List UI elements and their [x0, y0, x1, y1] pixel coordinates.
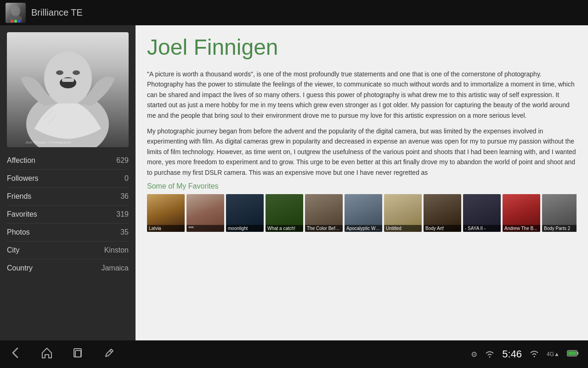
- thumb-label-moonlight: moonlight: [226, 225, 264, 232]
- recents-button[interactable]: [72, 346, 85, 362]
- svg-point-5: [18, 20, 21, 23]
- stat-favorites-value: 319: [116, 210, 129, 218]
- battery-icon: [567, 350, 579, 359]
- thumbnail-catch[interactable]: What a catch!: [266, 194, 303, 232]
- svg-point-13: [73, 70, 80, 75]
- stat-friends-value: 36: [120, 192, 129, 201]
- nav-right: ⚙ 5:46 4G▲: [471, 348, 579, 360]
- svg-point-12: [56, 70, 63, 75]
- favorites-section: Some of My Favorites Latvia *** moonligh…: [136, 178, 588, 234]
- stat-photos-value: 35: [120, 228, 129, 236]
- thumbnail-latvia[interactable]: Latvia: [147, 194, 185, 232]
- home-button[interactable]: [40, 346, 53, 362]
- thumbnail-body-parts-2[interactable]: Body Parts 2: [542, 194, 577, 232]
- right-panel: Joel Finnigen "A picture is worth a thou…: [136, 25, 588, 340]
- bio-paragraph-2: My photographic journey began from befor…: [147, 126, 577, 178]
- 4g-icon: 4G▲: [547, 351, 560, 357]
- nav-left: [9, 346, 116, 362]
- stat-photos-label: Photos: [7, 228, 30, 236]
- thumbnail-saya[interactable]: - SAYA II -: [463, 194, 501, 232]
- thumb-label-color: The Color Befo...: [305, 225, 343, 232]
- thumbnail-color[interactable]: The Color Befo...: [305, 194, 343, 232]
- stat-affection-label: Affection: [7, 156, 35, 165]
- app-title: Brilliance TE: [31, 7, 83, 18]
- thumbnail-untitled[interactable]: Untitled: [384, 194, 422, 232]
- thumb-label-andrew: Andrew The B...: [503, 225, 540, 232]
- thumbnail-moonlight[interactable]: moonlight: [226, 194, 264, 232]
- svg-rect-11: [62, 78, 74, 82]
- stat-affection-value: 629: [116, 156, 129, 165]
- app-icon: [6, 3, 26, 23]
- thumbnail-andrew[interactable]: Andrew The B...: [503, 194, 540, 232]
- thumbnail-body-art[interactable]: Body Art!: [424, 194, 461, 232]
- thumb-label-untitled: Untitled: [384, 225, 422, 232]
- stat-followers-label: Followers: [7, 174, 38, 183]
- svg-rect-23: [577, 352, 578, 355]
- thumb-label-body-parts-2: Body Parts 2: [542, 225, 577, 232]
- stat-favorites-label: Favorites: [7, 210, 37, 218]
- thumb-label-body-art: Body Art!: [424, 225, 461, 232]
- thumb-label-saya: - SAYA II -: [463, 225, 501, 232]
- stat-followers[interactable]: Followers 0: [7, 170, 129, 188]
- thumb-label-stars: ***: [187, 225, 224, 232]
- thumbnail-apocalyptic[interactable]: Apocalyptic We...: [345, 194, 382, 232]
- svg-line-19: [110, 351, 112, 352]
- stat-friends-label: Friends: [7, 192, 31, 201]
- favorites-title: Some of My Favorites: [147, 182, 577, 190]
- wifi-icon: [529, 349, 539, 359]
- sidebar-stats: Affection 629 Followers 0 Friends 36 Fav…: [0, 147, 136, 282]
- thumb-label-catch: What a catch!: [266, 225, 303, 232]
- favorites-grid: Latvia *** moonlight What a catch! The C…: [147, 194, 577, 232]
- svg-text:Joel Finnigen | Photography: Joel Finnigen | Photography: [25, 140, 71, 144]
- profile-name: Joel Finnigen: [147, 34, 577, 60]
- edit-button[interactable]: [103, 346, 116, 362]
- stat-photos[interactable]: Photos 35: [7, 224, 129, 242]
- svg-rect-24: [568, 351, 577, 356]
- profile-image: Joel Finnigen | Photography: [7, 32, 129, 147]
- thumb-label-apocalyptic: Apocalyptic We...: [345, 225, 382, 232]
- usb-icon: ⚙: [471, 350, 477, 359]
- bio-text: "A picture is worth a thousand words", i…: [136, 69, 588, 178]
- thumbnail-stars[interactable]: ***: [187, 194, 224, 232]
- svg-point-4: [14, 20, 17, 23]
- signal-icon: [485, 349, 495, 360]
- profile-header: Joel Finnigen: [136, 25, 588, 69]
- stat-country-label: Country: [7, 264, 33, 272]
- stat-country-value: Jamaica: [101, 264, 129, 272]
- svg-rect-18: [75, 351, 81, 357]
- bottom-nav: ⚙ 5:46 4G▲: [0, 340, 588, 368]
- time-display: 5:46: [502, 348, 522, 360]
- top-bar: Brilliance TE: [0, 0, 588, 25]
- stat-city-label: City: [7, 246, 20, 254]
- main-content: Joel Finnigen | Photography Affection 62…: [0, 25, 588, 340]
- sidebar: Joel Finnigen | Photography Affection 62…: [0, 25, 136, 340]
- bio-paragraph-1: "A picture is worth a thousand words", i…: [147, 69, 577, 121]
- stat-friends[interactable]: Friends 36: [7, 188, 129, 206]
- stat-city-value: Kinston: [104, 246, 129, 254]
- thumb-label-latvia: Latvia: [147, 225, 185, 232]
- stat-country: Country Jamaica: [7, 259, 129, 277]
- back-button[interactable]: [9, 346, 22, 362]
- stat-favorites[interactable]: Favorites 319: [7, 206, 129, 224]
- stat-city: City Kinston: [7, 242, 129, 259]
- svg-point-1: [11, 6, 20, 17]
- stat-followers-value: 0: [124, 174, 129, 183]
- app-icon-image: [6, 3, 26, 23]
- svg-point-3: [11, 20, 13, 23]
- stat-affection[interactable]: Affection 629: [7, 152, 129, 170]
